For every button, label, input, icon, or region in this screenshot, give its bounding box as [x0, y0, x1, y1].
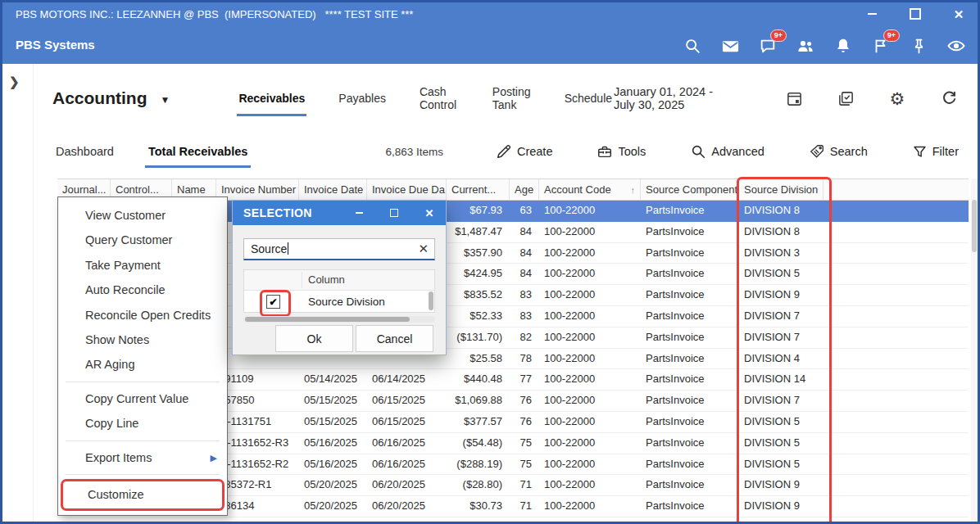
- column-list-header: Column: [244, 270, 434, 291]
- cell-age: 71: [510, 496, 539, 517]
- tools-button[interactable]: Tools: [597, 143, 646, 160]
- cell-filler: [823, 391, 969, 411]
- ok-button[interactable]: Ok: [275, 325, 353, 352]
- dialog-close-button[interactable]: ✕: [424, 207, 435, 219]
- menu-item-view-customer[interactable]: View Customer: [58, 203, 227, 228]
- grid-scrollbar[interactable]: [971, 178, 978, 522]
- gear-icon[interactable]: ⚙: [887, 88, 907, 108]
- cell-account_code: 100-22000: [539, 412, 641, 432]
- date-range[interactable]: January 01, 2024 - July 30, 2025: [614, 85, 737, 111]
- table-row[interactable]: RO537004BBrinton...9-92144205/20/202506/…: [57, 517, 969, 524]
- menu-item-export-items[interactable]: Export Items▶: [58, 445, 227, 470]
- cell-source_division: DIVISION 9: [739, 496, 823, 517]
- menu-item-show-notes[interactable]: Show Notes: [58, 328, 227, 352]
- list-hscrollbar[interactable]: [243, 316, 435, 323]
- cell-invoice_due_date: 06/15/2025: [367, 391, 447, 411]
- dialog-maximize-button[interactable]: [388, 207, 400, 219]
- tab-posting-tank[interactable]: Posting Tank: [491, 74, 533, 123]
- search-icon[interactable]: [682, 35, 703, 56]
- grid-scrollbar-thumb[interactable]: [972, 200, 977, 252]
- column-search-value: Source: [251, 242, 287, 255]
- tab-schedule[interactable]: Schedule: [563, 80, 614, 116]
- toolbox-icon: [597, 143, 613, 160]
- cell-source_division: DIVISION 9: [739, 285, 823, 305]
- cell-source_component: PartsInvoice: [641, 328, 739, 348]
- module-selector[interactable]: Accounting ▼: [52, 88, 170, 108]
- cell-account_code: 100-22000: [539, 454, 641, 475]
- chat-icon[interactable]: 9+: [757, 35, 778, 56]
- menu-item-copy-current-value[interactable]: Copy Current Value: [58, 386, 227, 411]
- cell-account_code: 100-22000: [539, 264, 641, 284]
- cell-account_code: 100-22000: [539, 201, 641, 221]
- menu-item-reconcile-open-credits[interactable]: Reconcile Open Credits: [58, 303, 227, 328]
- selection-dialog-titlebar[interactable]: SELECTION ✕: [233, 201, 446, 225]
- menu-item-query-customer[interactable]: Query Customer: [58, 228, 227, 252]
- filter-button[interactable]: Filter: [912, 144, 959, 160]
- column-header-invoice_due_date[interactable]: Invoice Due Da...: [367, 179, 447, 200]
- dialog-minimize-button[interactable]: [353, 207, 365, 219]
- cell-source_division: DIVISION 14: [739, 369, 823, 390]
- cell-filler: [823, 201, 969, 221]
- cell-filler: [823, 306, 969, 327]
- toolbar-icons: ⚙: [784, 88, 959, 108]
- create-button[interactable]: Create: [496, 143, 553, 160]
- pin-icon[interactable]: [908, 35, 929, 56]
- advanced-button[interactable]: Advanced: [690, 143, 764, 160]
- tab-payables[interactable]: Payables: [337, 80, 388, 116]
- tab-total-receivables[interactable]: Total Receivables: [145, 135, 251, 168]
- cancel-button[interactable]: Cancel: [356, 325, 433, 352]
- close-button[interactable]: ✕: [952, 7, 965, 20]
- source-division-checkbox[interactable]: ✔: [266, 295, 280, 309]
- bell-icon[interactable]: [833, 35, 854, 56]
- list-hscrollbar-thumb[interactable]: [245, 317, 410, 322]
- clear-search-icon[interactable]: ✕: [418, 242, 429, 256]
- column-search-input[interactable]: Source ✕: [243, 238, 435, 260]
- mail-icon[interactable]: [719, 35, 741, 56]
- calendar-icon[interactable]: [784, 88, 804, 108]
- cell-invoice_number: 9-921442: [216, 517, 299, 524]
- cell-source_component: PartsInvoice: [641, 433, 739, 454]
- column-option-label: Source Division: [308, 296, 385, 308]
- people-icon[interactable]: [795, 35, 816, 56]
- cell-age: 84: [510, 264, 539, 284]
- column-header-source_division[interactable]: Source Division: [739, 179, 823, 200]
- cell-age: 77: [510, 369, 539, 390]
- cell-invoice_date: 05/16/2025: [299, 454, 367, 475]
- tools-label: Tools: [618, 145, 646, 158]
- column-header-current[interactable]: Current...: [447, 179, 510, 200]
- tab-cash-control[interactable]: Cash Control: [418, 74, 461, 123]
- flag-badge: 9+: [883, 29, 900, 42]
- cell-source_component: PartsInvoice: [641, 369, 739, 390]
- cell-source_division: DIVISION 8: [739, 222, 823, 242]
- tasks-icon[interactable]: [836, 88, 855, 108]
- menu-item-ar-aging[interactable]: AR Aging: [58, 352, 227, 377]
- refresh-icon[interactable]: [939, 88, 959, 108]
- main-tabs: Receivables Payables Cash Control Postin…: [237, 78, 614, 119]
- cell-current: $835.52: [447, 285, 510, 305]
- list-scrollbar-thumb[interactable]: [429, 291, 433, 310]
- column-header-invoice_date[interactable]: Invoice Date: [299, 179, 367, 200]
- menu-item-take-payment[interactable]: Take Payment: [58, 253, 227, 278]
- maximize-button[interactable]: [909, 7, 922, 20]
- column-list-row[interactable]: ✔ Source Division: [244, 291, 434, 313]
- column-header-account_code[interactable]: Account Code↑: [539, 179, 641, 200]
- tab-dashboard[interactable]: Dashboard: [52, 135, 117, 168]
- expand-sidebar-icon[interactable]: ❯: [9, 75, 20, 89]
- search-button[interactable]: Search: [809, 143, 868, 160]
- column-header-age[interactable]: Age: [510, 179, 539, 200]
- column-header-source_component[interactable]: Source Component: [641, 179, 739, 200]
- cell-source_division: DIVISION 7: [739, 328, 823, 348]
- cell-current: $357.90: [447, 243, 510, 264]
- minimize-button[interactable]: [865, 7, 878, 20]
- cell-invoice_due_date: 06/20/2025: [367, 475, 447, 495]
- eye-icon[interactable]: [946, 35, 967, 56]
- window-title: PBS MOTORS INC.: LEEZANNEH @ PBS (IMPERS…: [16, 8, 413, 20]
- tab-receivables[interactable]: Receivables: [237, 80, 306, 116]
- column-header-label: Column: [308, 273, 345, 286]
- menu-item-copy-line[interactable]: Copy Line: [58, 411, 227, 436]
- flag-icon[interactable]: 9+: [870, 35, 892, 56]
- column-header-invoice_number[interactable]: Invoice Number: [216, 179, 299, 200]
- cell-invoice_due_date: 06/14/2025: [367, 369, 447, 390]
- menu-item-customize[interactable]: Customize: [61, 479, 225, 511]
- menu-item-auto-reconcile[interactable]: Auto Reconcile: [58, 278, 227, 302]
